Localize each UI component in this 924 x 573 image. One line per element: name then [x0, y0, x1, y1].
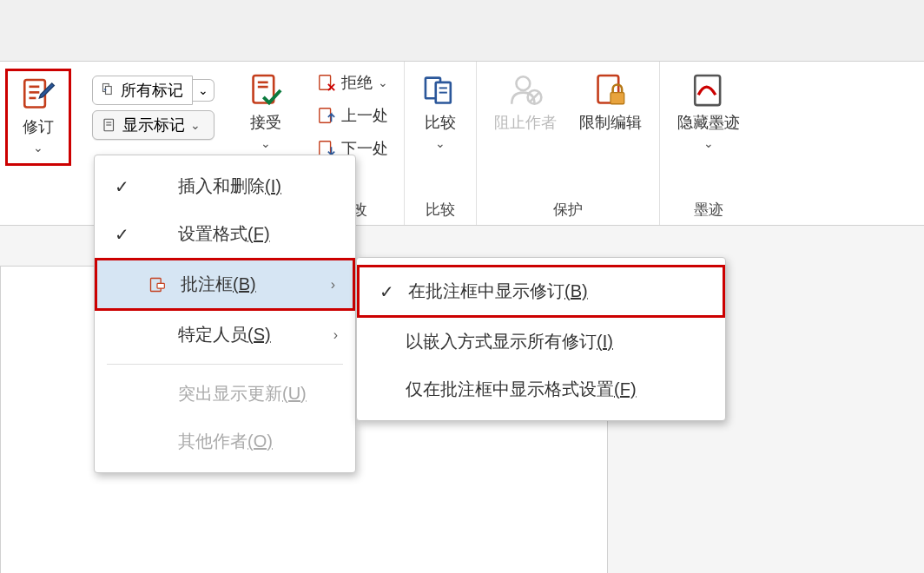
menu-insertions-deletions[interactable]: ✓ 插入和删除(I)	[95, 162, 355, 210]
compare-group-label: 比较	[405, 200, 476, 220]
svg-rect-24	[695, 76, 720, 105]
accept-label: 接受	[250, 112, 281, 133]
protect-group-label: 保护	[477, 200, 659, 220]
reject-label: 拒绝	[341, 72, 373, 93]
restrict-editing-label: 限制编辑	[579, 112, 642, 133]
block-authors-label: 阻止作者	[494, 112, 557, 133]
compare-icon	[422, 72, 459, 109]
previous-button[interactable]: 上一处	[312, 102, 393, 129]
reject-icon	[317, 73, 336, 92]
hide-ink-button[interactable]: 隐藏墨迹 ⌄	[670, 69, 747, 154]
chevron-down-icon: ⌄	[703, 136, 714, 150]
chevron-right-icon: ›	[322, 327, 338, 343]
track-changes-label: 修订	[23, 116, 54, 137]
submenu-show-all-inline[interactable]: 以嵌入方式显示所有修订(I)	[357, 318, 725, 366]
menu-highlight-updates: 突出显示更新(U)	[95, 370, 355, 418]
svg-rect-23	[610, 93, 624, 104]
menu-specific-people[interactable]: 特定人员(S) ›	[95, 311, 355, 359]
chevron-down-icon: ⌄	[190, 118, 201, 132]
balloon-icon	[146, 276, 168, 293]
markup-icon	[102, 82, 117, 98]
restrict-editing-icon	[592, 72, 629, 109]
compare-label: 比较	[425, 112, 456, 133]
document-icon	[102, 117, 117, 133]
restrict-editing-button[interactable]: 限制编辑	[572, 69, 649, 136]
chevron-down-icon: ⌄	[261, 136, 271, 150]
block-authors-icon	[507, 72, 544, 109]
show-markup-button[interactable]: 显示标记 ⌄	[92, 110, 214, 140]
svg-rect-5	[106, 87, 112, 95]
chevron-down-icon: ⌄	[435, 136, 446, 150]
accept-button[interactable]: 接受 ⌄	[241, 69, 291, 154]
chevron-right-icon: ›	[320, 277, 335, 293]
hide-ink-icon	[690, 72, 727, 109]
block-authors-button: 阻止作者	[487, 69, 564, 136]
reject-button[interactable]: 拒绝 ⌄	[312, 69, 393, 96]
submenu-show-revisions-in-balloons[interactable]: ✓ 在批注框中显示修订(B)	[357, 265, 725, 318]
check-icon: ✓	[112, 224, 131, 245]
compare-button[interactable]: 比较 ⌄	[415, 69, 465, 154]
chevron-down-icon[interactable]: ⌄	[193, 79, 214, 102]
svg-point-19	[517, 76, 531, 90]
menu-formatting[interactable]: ✓ 设置格式(F)	[95, 210, 355, 258]
balloons-submenu: ✓ 在批注框中显示修订(B) 以嵌入方式显示所有修订(I) 仅在批注框中显示格式…	[356, 257, 726, 421]
all-markup-label: 所有标记	[121, 80, 183, 101]
show-markup-label: 显示标记	[122, 115, 185, 135]
chevron-down-icon: ⌄	[33, 141, 43, 155]
track-changes-button[interactable]: 修订 ⌄	[5, 69, 71, 166]
menu-balloons[interactable]: 批注框(B) ›	[95, 258, 355, 311]
ink-group-label: 墨迹	[660, 200, 757, 220]
menu-other-authors: 其他作者(O)	[95, 418, 355, 465]
check-icon: ✓	[112, 176, 131, 197]
svg-rect-14	[320, 142, 331, 156]
chevron-down-icon: ⌄	[378, 76, 388, 89]
track-changes-icon	[20, 76, 56, 113]
svg-rect-12	[320, 76, 331, 90]
hide-ink-label: 隐藏墨迹	[677, 112, 740, 133]
svg-rect-26	[157, 283, 164, 288]
accept-icon	[248, 72, 284, 109]
show-markup-menu: ✓ 插入和删除(I) ✓ 设置格式(F) 批注框(B) › 特定人员(S) › …	[94, 155, 356, 473]
menu-separator	[107, 364, 343, 365]
check-icon: ✓	[377, 281, 396, 302]
previous-icon	[317, 106, 336, 125]
previous-label: 上一处	[341, 105, 388, 126]
submenu-show-only-formatting[interactable]: 仅在批注框中显示格式设置(F)	[357, 366, 725, 413]
display-for-review-combo[interactable]: 所有标记 ⌄	[92, 76, 214, 105]
